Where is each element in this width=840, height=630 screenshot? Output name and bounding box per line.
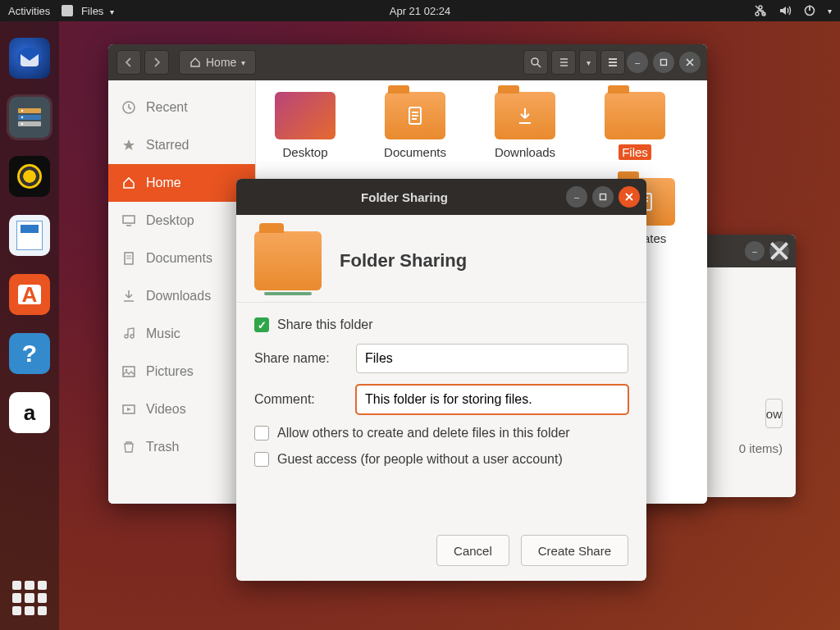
cancel-button[interactable]: Cancel [436, 535, 509, 566]
sidebar-item-videos[interactable]: Videos [108, 390, 255, 428]
music-icon [121, 326, 136, 341]
view-options-button[interactable]: ▾ [579, 50, 597, 75]
dock: ? a [0, 21, 59, 630]
sidebar-item-label: Documents [146, 251, 212, 266]
bgwin-partial-button[interactable]: ow [765, 399, 783, 428]
chevron-down-icon: ▾ [587, 58, 591, 67]
dock-app-help[interactable]: ? [9, 333, 50, 374]
sidebar-item-label: Desktop [146, 213, 194, 228]
chevron-down-icon: ▾ [241, 58, 245, 67]
sidebar-item-downloads[interactable]: Downloads [108, 277, 255, 315]
network-icon[interactable] [754, 4, 767, 17]
checkbox-icon [254, 317, 269, 332]
doc-icon [121, 251, 136, 266]
search-button[interactable] [523, 50, 548, 75]
folder-sharing-dialog: Folder Sharing – Folder Sharing Share th… [236, 179, 646, 581]
power-icon[interactable] [803, 4, 816, 17]
sidebar-item-recent[interactable]: Recent [108, 89, 255, 126]
sidebar-item-pictures[interactable]: Pictures [108, 353, 255, 390]
files-sidebar: RecentStarredHomeDesktopDocumentsDownloa… [108, 80, 256, 504]
dialog-titlebar[interactable]: Folder Sharing – [236, 179, 646, 215]
folder-item[interactable]: Documents [374, 92, 456, 160]
sidebar-item-label: Home [146, 176, 181, 190]
folder-label: Documents [381, 144, 450, 160]
comment-label: Comment: [254, 392, 345, 407]
svg-rect-20 [661, 60, 667, 66]
desktop-icon [121, 213, 136, 228]
svg-point-12 [532, 58, 538, 65]
dialog-close-button[interactable] [619, 186, 640, 208]
files-headerbar: Home ▾ ▾ – [108, 44, 707, 80]
dock-app-rhythmbox[interactable] [9, 156, 50, 197]
share-name-input[interactable] [356, 344, 628, 373]
path-bar-label: Home [206, 56, 236, 69]
sidebar-item-label: Videos [146, 402, 186, 417]
view-list-button[interactable] [551, 50, 576, 75]
folder-item[interactable]: Files [594, 92, 676, 160]
svg-rect-22 [123, 216, 135, 223]
folder-item[interactable]: Downloads [484, 92, 566, 160]
app-menu[interactable]: Files [62, 5, 114, 17]
files-icon [62, 5, 73, 16]
home-icon [189, 57, 201, 68]
chevron-down-icon[interactable]: ▾ [828, 7, 832, 16]
svg-rect-28 [123, 367, 135, 377]
dock-app-thunderbird[interactable] [9, 38, 50, 79]
clock-icon [121, 100, 136, 115]
activities-button[interactable]: Activities [8, 5, 50, 17]
sidebar-item-trash[interactable]: Trash [108, 428, 255, 466]
svg-point-9 [21, 110, 23, 112]
files-minimize-button[interactable]: – [627, 52, 648, 73]
dock-app-ubuntu-software[interactable] [9, 274, 50, 315]
sidebar-item-label: Trash [146, 440, 179, 454]
create-share-button-label: Create Share [538, 544, 611, 558]
dialog-heading: Folder Sharing [340, 250, 467, 272]
dock-app-files[interactable] [9, 97, 50, 138]
gnome-top-bar: Activities Files Apr 21 02:24 ▾ [0, 0, 840, 21]
sidebar-item-home[interactable]: Home [108, 164, 255, 202]
download-icon [121, 289, 136, 304]
checkbox-icon [254, 426, 269, 441]
home-icon [121, 176, 136, 190]
guest-access-checkbox[interactable]: Guest access (for people without a user … [254, 452, 628, 467]
dialog-title: Folder Sharing [243, 190, 566, 204]
dialog-maximize-button[interactable] [592, 186, 614, 208]
search-icon [530, 57, 541, 68]
allow-others-checkbox[interactable]: Allow others to create and delete files … [254, 426, 628, 441]
svg-point-11 [21, 123, 23, 125]
create-share-button[interactable]: Create Share [521, 535, 628, 566]
dialog-minimize-button[interactable]: – [566, 186, 587, 208]
dock-app-amazon[interactable]: a [9, 392, 50, 433]
folder-label: Downloads [491, 144, 559, 160]
cancel-button-label: Cancel [454, 544, 492, 558]
svg-line-13 [537, 64, 541, 67]
nav-forward-button[interactable] [144, 50, 169, 75]
path-bar-home[interactable]: Home ▾ [179, 50, 256, 75]
bgwin-close-button[interactable] [769, 241, 789, 261]
sidebar-item-label: Pictures [146, 364, 194, 379]
sidebar-item-label: Music [146, 326, 180, 341]
comment-input[interactable] [356, 385, 628, 414]
sidebar-item-documents[interactable]: Documents [108, 240, 255, 277]
svg-point-10 [21, 116, 23, 118]
svg-rect-38 [600, 194, 606, 200]
topbar-clock[interactable]: Apr 21 02:24 [390, 5, 450, 17]
nav-back-button[interactable] [116, 50, 141, 75]
hamburger-menu-button[interactable] [600, 50, 625, 75]
volume-icon[interactable] [778, 4, 792, 17]
svg-line-3 [756, 6, 765, 16]
files-maximize-button[interactable] [653, 52, 674, 73]
svg-point-2 [759, 6, 762, 9]
files-close-button[interactable] [679, 52, 701, 73]
folder-item[interactable]: Desktop [264, 92, 346, 160]
sidebar-item-desktop[interactable]: Desktop [108, 202, 255, 240]
folder-label: Files [619, 144, 651, 160]
dock-app-libreoffice-writer[interactable] [9, 215, 50, 256]
share-this-folder-checkbox[interactable]: Share this folder [254, 317, 628, 332]
sidebar-item-starred[interactable]: Starred [108, 126, 255, 164]
sidebar-item-music[interactable]: Music [108, 315, 255, 353]
sidebar-item-label: Recent [146, 100, 188, 115]
show-applications-button[interactable] [12, 581, 47, 615]
bgwin-minimize-button[interactable]: – [745, 241, 765, 261]
checkbox-icon [254, 452, 269, 467]
